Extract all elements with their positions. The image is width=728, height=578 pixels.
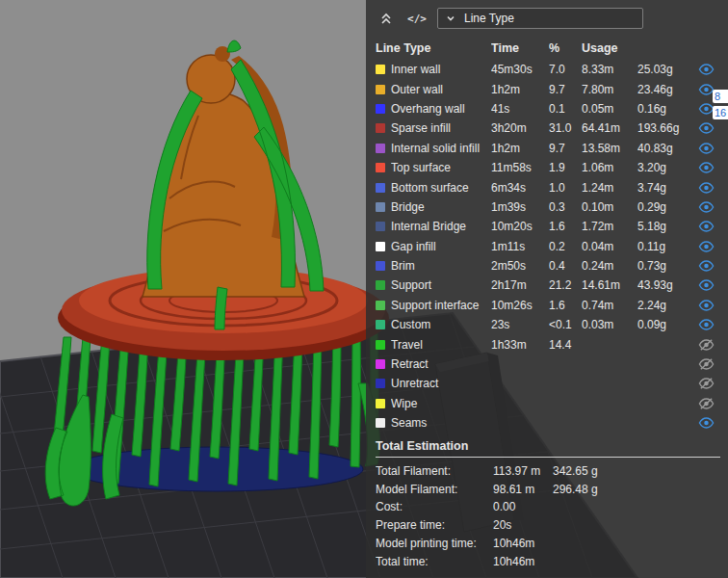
line-type-label: Bottom surface	[391, 181, 491, 195]
line-percent: 0.2	[549, 240, 582, 253]
line-color-swatch	[376, 242, 385, 251]
visibility-eye-icon[interactable]	[698, 397, 715, 410]
legend-row: Internal Bridge 10m20s 1.6 1.72m 5.18g	[376, 217, 720, 236]
line-type-label: Travel	[391, 338, 491, 352]
line-type-label: Wipe	[391, 397, 491, 410]
line-usage-weight: 3.20g	[637, 161, 693, 174]
visibility-eye-icon[interactable]	[698, 240, 715, 253]
visibility-eye-icon[interactable]	[698, 299, 715, 312]
line-usage-length: 0.05m	[582, 102, 637, 116]
visibility-eye-icon[interactable]	[698, 161, 715, 174]
visibility-eye-icon[interactable]	[698, 142, 715, 155]
line-type-label: Outer wall	[391, 83, 491, 96]
total-label: Model printing time:	[376, 537, 493, 550]
view-type-dropdown[interactable]: Line Type	[437, 8, 643, 29]
legend-row: Retract	[376, 355, 720, 374]
legend-row: Overhang wall 41s 0.1 0.05m 0.16g	[376, 99, 720, 118]
line-usage-length: 0.04m	[582, 240, 637, 253]
line-usage-length: 1.72m	[582, 220, 637, 233]
legend-row: Brim 2m50s 0.4 0.24m 0.73g	[376, 256, 720, 276]
line-time: 10m20s	[491, 220, 549, 233]
line-usage-length: 0.24m	[582, 259, 637, 273]
legend-row: Support 2h17m 21.2 14.61m 43.93g	[376, 276, 720, 295]
line-usage-weight: 3.74g	[637, 181, 693, 195]
layer-slider-tick[interactable]: 8	[713, 90, 728, 103]
total-value-1: 0.00	[493, 500, 553, 513]
line-usage-weight: 5.18g	[637, 220, 693, 233]
total-label: Total time:	[376, 555, 493, 568]
visibility-eye-icon[interactable]	[698, 416, 715, 430]
visibility-eye-icon[interactable]	[698, 121, 715, 135]
visibility-eye-icon[interactable]	[698, 259, 715, 273]
line-usage-length: 7.80m	[582, 83, 637, 96]
legend-row: Top surface 11m58s 1.9 1.06m 3.20g	[376, 158, 720, 177]
column-header-percent: %	[549, 41, 582, 55]
line-color-swatch	[376, 144, 385, 153]
line-percent: 14.4	[549, 338, 582, 352]
visibility-eye-icon[interactable]	[698, 278, 715, 292]
chevrons-up-icon	[379, 12, 393, 25]
legend-row: Seams	[376, 413, 720, 433]
line-usage-length: 64.41m	[582, 121, 637, 135]
line-color-swatch	[376, 222, 385, 231]
gcode-view-button[interactable]: </>	[406, 10, 428, 27]
line-usage-weight: 25.03g	[637, 63, 693, 76]
line-type-label: Custom	[391, 318, 491, 331]
line-color-swatch	[376, 359, 385, 369]
line-percent: 1.6	[549, 220, 582, 233]
line-color-swatch	[376, 418, 385, 428]
line-time: 11m58s	[491, 161, 549, 174]
line-color-swatch	[376, 379, 385, 388]
line-percent: 7.0	[549, 63, 582, 76]
legend-row: Sparse infill 3h20m 31.0 64.41m 193.66g	[376, 118, 720, 138]
visibility-eye-icon[interactable]	[698, 318, 715, 331]
line-color-swatch	[376, 280, 385, 290]
visibility-eye-icon[interactable]	[698, 181, 715, 195]
visibility-eye-icon[interactable]	[698, 200, 715, 214]
line-type-label: Overhang wall	[391, 102, 491, 116]
line-type-label: Support interface	[391, 299, 491, 312]
line-color-swatch	[376, 163, 385, 172]
total-label: Model Filament:	[376, 483, 493, 496]
section-divider	[376, 457, 720, 458]
line-usage-weight: 0.73g	[637, 259, 693, 273]
visibility-eye-icon[interactable]	[698, 357, 715, 371]
line-color-swatch	[376, 399, 385, 408]
line-usage-length: 0.03m	[582, 318, 637, 331]
line-time: 10m26s	[491, 299, 549, 312]
line-usage-length: 0.74m	[582, 299, 637, 312]
line-time: 2h17m	[491, 278, 549, 292]
line-percent: 9.7	[549, 83, 582, 96]
line-time: 1h33m	[491, 338, 549, 352]
legend-row: Inner wall 45m30s 7.0 8.33m 25.03g	[376, 60, 720, 79]
total-row: Total Filament: 113.97 m 342.65 g	[376, 461, 720, 480]
total-label: Cost:	[376, 500, 493, 513]
line-color-swatch	[376, 85, 385, 94]
legend-row: Support interface 10m26s 1.6 0.74m 2.24g	[376, 296, 720, 315]
visibility-eye-icon[interactable]	[698, 63, 715, 76]
line-percent: 9.7	[549, 142, 582, 155]
total-value-2: 296.48 g	[553, 483, 720, 496]
line-usage-weight: 193.66g	[637, 121, 693, 135]
layer-slider-tick[interactable]: 16	[713, 106, 728, 119]
visibility-eye-icon[interactable]	[698, 377, 715, 390]
legend-row: Unretract	[376, 374, 720, 393]
legend-row: Custom 23s <0.1 0.03m 0.09g	[376, 315, 720, 334]
collapse-panel-button[interactable]	[376, 10, 397, 27]
line-time: 2m50s	[491, 259, 549, 273]
preview-legend-panel: </> Line Type Line Type Time % Usage Inn…	[366, 0, 728, 578]
visibility-eye-icon[interactable]	[698, 338, 715, 352]
total-row: Model printing time: 10h46m	[376, 535, 720, 553]
total-row: Cost: 0.00	[376, 498, 720, 516]
line-percent: 0.4	[549, 259, 582, 273]
line-type-label: Gap infill	[391, 240, 491, 253]
code-icon: </>	[407, 13, 427, 25]
column-header-usage: Usage	[582, 41, 637, 55]
line-time: 41s	[491, 102, 549, 116]
total-row: Total time: 10h46m	[376, 552, 720, 570]
visibility-eye-icon[interactable]	[698, 220, 715, 233]
legend-row: Wipe	[376, 394, 720, 413]
total-estimation-title: Total Estimation	[376, 439, 720, 453]
line-time: 23s	[491, 318, 549, 331]
line-usage-length: 0.10m	[582, 200, 637, 214]
